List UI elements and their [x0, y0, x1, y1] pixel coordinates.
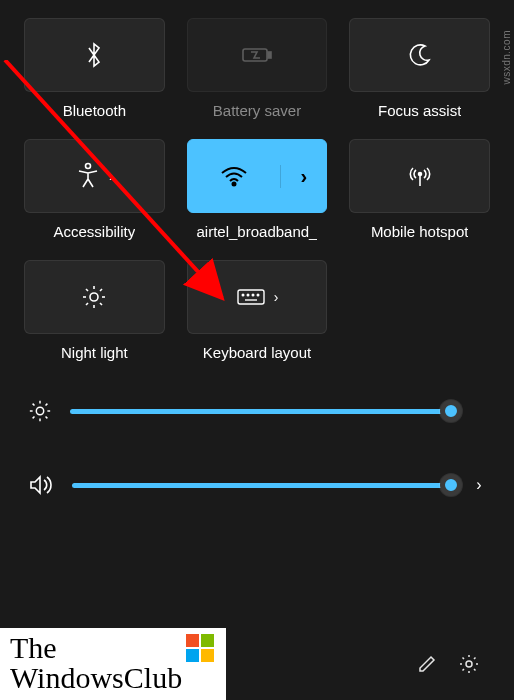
moon-icon: [407, 42, 433, 68]
tile-wrap-night-light: Night light: [24, 260, 165, 361]
tile-label: Focus assist: [378, 102, 461, 119]
svg-line-14: [100, 289, 102, 291]
chevron-right-icon: ›: [300, 165, 307, 188]
tile-wrap-bluetooth: Bluetooth: [24, 18, 165, 119]
tile-wifi[interactable]: ›: [187, 139, 328, 213]
wifi-expand[interactable]: ›: [280, 165, 326, 188]
bottom-bar: The WindowsClub: [0, 628, 514, 700]
volume-slider[interactable]: [72, 483, 454, 488]
pencil-icon: [417, 654, 437, 674]
tile-wrap-keyboard-layout: › Keyboard layout: [187, 260, 328, 361]
svg-point-16: [242, 294, 244, 296]
svg-line-29: [46, 404, 48, 406]
watermark-line1: The: [10, 631, 57, 664]
svg-line-27: [46, 417, 48, 419]
tile-label: Battery saver: [213, 102, 301, 119]
svg-point-2: [85, 164, 90, 169]
svg-line-13: [86, 303, 88, 305]
svg-point-19: [257, 294, 259, 296]
svg-point-6: [90, 293, 98, 301]
svg-point-3: [232, 183, 235, 186]
tile-wrap-focus-assist: Focus assist: [349, 18, 490, 119]
svg-rect-15: [238, 290, 264, 304]
quick-settings-panel: Bluetooth Battery saver Focus assist: [0, 0, 514, 507]
svg-rect-1: [268, 52, 271, 58]
tiles-grid: Bluetooth Battery saver Focus assist: [24, 18, 490, 361]
wifi-toggle[interactable]: [188, 165, 281, 187]
sliders-section: ›: [24, 399, 490, 497]
hotspot-icon: [406, 164, 434, 188]
tile-label: Night light: [61, 344, 128, 361]
tile-wrap-accessibility: › Accessibility: [24, 139, 165, 240]
tile-accessibility[interactable]: ›: [24, 139, 165, 213]
volume-expand[interactable]: ›: [472, 476, 486, 494]
brightness-slider-row: [28, 399, 486, 423]
tile-label: airtel_broadband_: [197, 223, 318, 240]
watermark-line2: WindowsClub: [10, 661, 182, 694]
tile-battery-saver[interactable]: [187, 18, 328, 92]
chevron-right-icon: ›: [109, 168, 114, 184]
gear-icon: [458, 653, 480, 675]
volume-slider-row: ›: [28, 473, 486, 497]
tile-bluetooth[interactable]: [24, 18, 165, 92]
svg-point-18: [252, 294, 254, 296]
svg-line-28: [33, 417, 35, 419]
tile-night-light[interactable]: [24, 260, 165, 334]
tile-wrap-wifi: › airtel_broadband_: [187, 139, 328, 240]
svg-line-26: [33, 404, 35, 406]
svg-point-30: [466, 661, 472, 667]
chevron-right-icon: ›: [274, 289, 279, 305]
bluetooth-icon: [83, 40, 105, 70]
tile-wrap-mobile-hotspot: Mobile hotspot: [349, 139, 490, 240]
svg-point-21: [36, 407, 43, 414]
tile-label: Keyboard layout: [203, 344, 311, 361]
watermark: The WindowsClub: [0, 628, 226, 700]
volume-slider-thumb[interactable]: [440, 474, 462, 496]
tile-label: Bluetooth: [63, 102, 126, 119]
brightness-slider-icon: [28, 399, 52, 423]
svg-line-12: [100, 303, 102, 305]
svg-line-11: [86, 289, 88, 291]
tile-wrap-battery-saver: Battery saver: [187, 18, 328, 119]
settings-button[interactable]: [448, 643, 490, 685]
tile-mobile-hotspot[interactable]: [349, 139, 490, 213]
edit-button[interactable]: [406, 643, 448, 685]
accessibility-icon: [75, 162, 101, 190]
side-credit: wsxdn.com: [501, 30, 512, 85]
wifi-icon: [220, 165, 248, 187]
tile-focus-assist[interactable]: [349, 18, 490, 92]
battery-icon: [241, 45, 273, 65]
keyboard-icon: [236, 287, 266, 307]
volume-slider-icon: [28, 473, 54, 497]
tile-label: Accessibility: [53, 223, 135, 240]
tile-label: Mobile hotspot: [371, 223, 469, 240]
tile-keyboard-layout[interactable]: ›: [187, 260, 328, 334]
brightness-icon: [81, 284, 107, 310]
windows-flag-icon: [186, 634, 216, 664]
svg-point-17: [247, 294, 249, 296]
brightness-slider[interactable]: [70, 409, 454, 414]
brightness-slider-thumb[interactable]: [440, 400, 462, 422]
